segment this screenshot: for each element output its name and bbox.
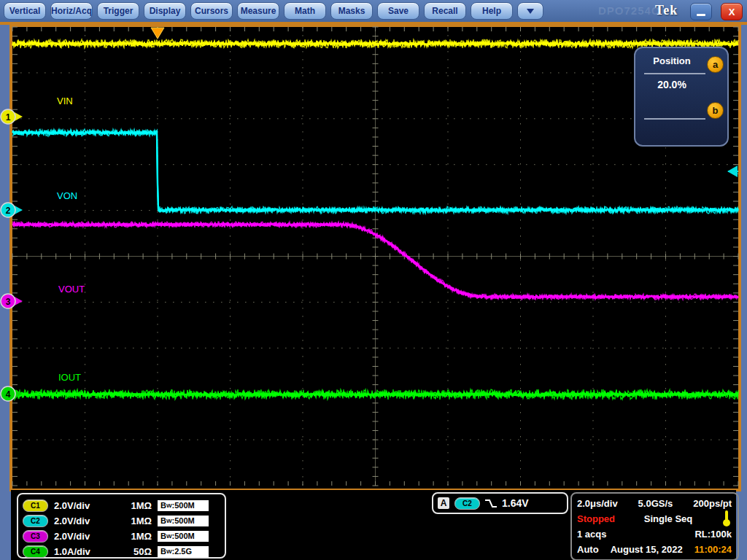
position-panel: Position 20.0% a b [634,47,729,147]
svg-text:2: 2 [6,206,11,216]
knob-a-indicator[interactable]: a [707,56,724,73]
trace-label-von: VON [57,190,77,201]
svg-text:4: 4 [6,389,11,400]
svg-text:1: 1 [6,112,11,122]
knob-b-indicator[interactable]: b [707,102,724,119]
trace-vin [12,43,738,44]
svg-text:3: 3 [6,297,11,307]
trace-label-iout: IOUT [58,372,81,383]
channel-marker-1[interactable]: 1 [1,109,23,124]
position-panel-title: Position [635,55,708,66]
position-separator-a [644,73,705,74]
position-separator-b [644,118,705,120]
trace-label-vout: VOUT [58,284,85,295]
trigger-position-marker[interactable] [151,28,164,39]
channel-marker-2[interactable]: 2 [1,203,23,217]
channel-marker-3[interactable]: 3 [1,294,23,308]
trace-label-vin: VIN [57,96,73,106]
position-value: 20.0% [635,79,708,90]
trigger-level-marker[interactable] [727,166,738,177]
channel-marker-4[interactable]: 4 [1,386,23,401]
